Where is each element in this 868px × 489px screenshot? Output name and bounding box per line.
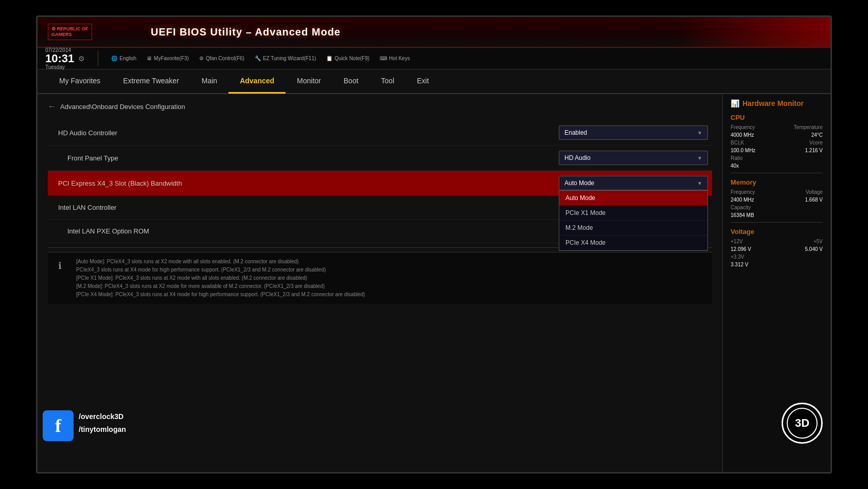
mem-capacity-value-row: 16384 MB bbox=[731, 212, 823, 218]
mem-capacity-row: Capacity bbox=[731, 205, 823, 210]
wand-icon: 🔧 bbox=[255, 56, 261, 61]
volt-33-row: +3.3V bbox=[731, 254, 823, 260]
mem-voltage-label: Voltage bbox=[806, 189, 823, 195]
bios-screen: ⚙ REPUBLIC OF GAMERS UEFI BIOS Utility –… bbox=[36, 15, 832, 474]
pci-express-value: Auto Mode bbox=[564, 179, 594, 187]
hd-audio-arrow-icon: ▼ bbox=[697, 130, 702, 136]
volt-33-value-row: 3.312 V bbox=[731, 262, 823, 267]
tab-main[interactable]: Main bbox=[190, 69, 228, 94]
monitor-icon: 🖥 bbox=[147, 56, 152, 61]
voltage-section-title: Voltage bbox=[731, 228, 823, 236]
cpu-temperature-label: Temperature bbox=[794, 124, 823, 130]
tab-advanced[interactable]: Advanced bbox=[228, 69, 286, 94]
back-arrow-icon[interactable]: ← bbox=[48, 102, 56, 111]
front-panel-dropdown[interactable]: HD Audio ▼ bbox=[559, 151, 708, 165]
cpu-frequency-label: Frequency bbox=[731, 124, 755, 130]
mem-freq-value-row: 2400 MHz 1.668 V bbox=[731, 197, 823, 203]
rog-logo: ⚙ REPUBLIC OF GAMERS bbox=[48, 24, 92, 40]
hd-audio-dropdown[interactable]: Enabled ▼ bbox=[559, 125, 708, 140]
cpu-bclk-value-row: 100.0 MHz 1.216 V bbox=[731, 148, 823, 153]
mem-voltage-value: 1.668 V bbox=[805, 197, 823, 203]
cpu-ratio-row: Ratio bbox=[731, 155, 823, 161]
cpu-ratio-value: 40x bbox=[731, 163, 739, 169]
language-button[interactable]: 🌐 English bbox=[111, 56, 136, 61]
settings-gear-icon[interactable]: ⚙ bbox=[78, 55, 85, 63]
top-bar: ⚙ REPUBLIC OF GAMERS UEFI BIOS Utility –… bbox=[38, 17, 830, 48]
pci-express-dropdown[interactable]: Auto Mode ▼ bbox=[559, 176, 708, 190]
mem-freq-row: Frequency Voltage bbox=[731, 189, 823, 195]
monitor-hw-icon: 📊 bbox=[731, 99, 739, 107]
cpu-ratio-label: Ratio bbox=[731, 155, 742, 161]
social-handles: /overclock3D /tinytomlogan bbox=[79, 410, 126, 436]
cpu-section-title: CPU bbox=[731, 114, 823, 121]
volt-12-value: 12.096 V bbox=[731, 246, 751, 252]
info-text: [Auto Mode]: PCIeX4_3 slots runs at X2 m… bbox=[76, 258, 365, 299]
fan-icon: ⚙ bbox=[199, 56, 204, 61]
cpu-bclk-row: BCLK Vcore bbox=[731, 140, 823, 146]
memory-section-title: Memory bbox=[731, 178, 823, 186]
quicknote-button[interactable]: 📋 Quick Note(F9) bbox=[326, 56, 369, 61]
fb-handle-2: /tinytomlogan bbox=[79, 423, 126, 436]
volt-5-value: 5.040 V bbox=[805, 246, 823, 252]
facebook-icon: f bbox=[43, 410, 74, 441]
cpu-temperature-value: 24°C bbox=[811, 132, 823, 138]
status-bar: 07/22/2014 10:31 ⚙ Tuesday 🌐 English 🖥 M… bbox=[38, 48, 830, 69]
tab-boot[interactable]: Boot bbox=[332, 69, 370, 94]
menu-item-pcie-x4[interactable]: PCIe X4 Mode bbox=[559, 236, 707, 250]
volt-12-row: +12V +5V bbox=[731, 239, 823, 244]
nav-tabs: My Favorites Extreme Tweaker Main Advanc… bbox=[38, 69, 830, 94]
info-bar: ℹ [Auto Mode]: PCIeX4_3 slots runs at X2… bbox=[48, 252, 712, 304]
myfavorite-button[interactable]: 🖥 MyFavorite(F3) bbox=[147, 56, 189, 61]
tab-monitor[interactable]: Monitor bbox=[286, 69, 332, 94]
cpu-frequency-value: 4000 MHz bbox=[731, 132, 754, 138]
eztuning-button[interactable]: 🔧 EZ Tuning Wizard(F11) bbox=[255, 56, 316, 61]
setting-row-front-panel: Front Panel Type HD Audio ▼ bbox=[48, 146, 712, 171]
volt-5-label: +5V bbox=[813, 239, 823, 244]
mem-capacity-label: Capacity bbox=[731, 205, 751, 210]
hw-monitor-title: 📊 Hardware Monitor bbox=[731, 99, 823, 107]
main-wrapper: ← Advanced\Onboard Devices Configuration… bbox=[38, 94, 830, 474]
tab-exit[interactable]: Exit bbox=[405, 69, 440, 94]
brand-logo-inner: 3D bbox=[787, 408, 818, 439]
menu-item-auto-mode[interactable]: Auto Mode bbox=[559, 191, 707, 206]
breadcrumb: ← Advanced\Onboard Devices Configuration bbox=[48, 102, 712, 111]
hd-audio-value: Enabled bbox=[564, 129, 587, 136]
content-panel: ← Advanced\Onboard Devices Configuration… bbox=[38, 94, 722, 474]
cpu-frequency-row: Frequency Temperature bbox=[731, 124, 823, 130]
bios-title: UEFI BIOS Utility – Advanced Mode bbox=[151, 26, 341, 38]
setting-row-pci-express: PCI Express X4_3 Slot (Black) Bandwidth … bbox=[48, 171, 712, 196]
mem-capacity-value: 16384 MB bbox=[731, 212, 754, 218]
logo-area: ⚙ REPUBLIC OF GAMERS bbox=[48, 24, 151, 40]
social-overlay: f /overclock3D /tinytomlogan bbox=[43, 410, 126, 441]
fb-handle-1: /overclock3D bbox=[79, 410, 126, 423]
front-panel-label: Front Panel Type bbox=[52, 154, 559, 162]
qfan-button[interactable]: ⚙ Qfan Control(F6) bbox=[199, 56, 244, 61]
volt-33-label: +3.3V bbox=[731, 254, 744, 260]
cpu-vcore-value: 1.216 V bbox=[805, 148, 823, 153]
cpu-ratio-value-row: 40x bbox=[731, 163, 823, 169]
setting-row-hd-audio: HD Audio Controller Enabled ▼ bbox=[48, 120, 712, 146]
cpu-vcore-label: Vcore bbox=[809, 140, 823, 146]
pci-express-menu: Auto Mode PCIe X1 Mode M.2 Mode PCIe X4 … bbox=[559, 190, 708, 251]
cpu-bclk-label: BCLK bbox=[731, 140, 744, 146]
cpu-bclk-value: 100.0 MHz bbox=[731, 148, 755, 153]
note-icon: 📋 bbox=[326, 56, 332, 61]
tab-my-favorites[interactable]: My Favorites bbox=[48, 69, 112, 94]
menu-item-m2-mode[interactable]: M.2 Mode bbox=[559, 221, 707, 236]
hd-audio-label: HD Audio Controller bbox=[52, 129, 559, 137]
tab-extreme-tweaker[interactable]: Extreme Tweaker bbox=[112, 69, 190, 94]
mem-frequency-value: 2400 MHz bbox=[731, 197, 754, 203]
front-panel-value: HD Audio bbox=[564, 154, 591, 161]
tab-tool[interactable]: Tool bbox=[370, 69, 406, 94]
hw-divider-2 bbox=[731, 222, 823, 223]
front-panel-arrow-icon: ▼ bbox=[697, 155, 702, 161]
volt-33-value: 3.312 V bbox=[731, 262, 748, 267]
pci-express-dropdown-container: Auto Mode ▼ Auto Mode PCIe X1 Mode M.2 M… bbox=[559, 176, 708, 190]
time-display: 10:31 bbox=[45, 53, 74, 64]
info-icon: ℹ bbox=[58, 259, 68, 274]
mem-frequency-label: Frequency bbox=[731, 189, 755, 195]
globe-icon: 🌐 bbox=[111, 56, 117, 61]
volt-12-label: +12V bbox=[731, 239, 743, 244]
hotkeys-button[interactable]: ⌨ Hot Keys bbox=[380, 56, 410, 61]
menu-item-pcie-x1[interactable]: PCIe X1 Mode bbox=[559, 206, 707, 221]
